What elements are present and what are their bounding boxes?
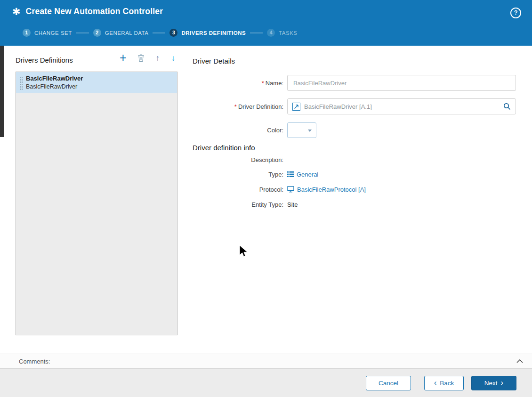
protocol-row: Protocol: BasicFileRawProtocol [A] xyxy=(193,185,516,194)
driver-item-description: BasicFileRawDriver xyxy=(26,83,172,90)
add-driver-button[interactable]: + xyxy=(120,53,127,62)
move-down-button[interactable]: ↓ xyxy=(171,54,175,62)
list-toolbar: + ↑ ↓ xyxy=(120,51,175,65)
type-general-icon xyxy=(287,171,294,177)
create-automation-controller-dialog: ✱ Create New Automation Controller ? 1 C… xyxy=(0,0,532,397)
drivers-definitions-title: Drivers Definitions xyxy=(16,56,73,64)
step-number: 4 xyxy=(267,29,275,37)
required-marker: * xyxy=(234,103,237,110)
protocol-monitor-icon xyxy=(287,186,294,193)
entity-type-row: Entity Type: Site xyxy=(193,200,516,209)
step-general-data[interactable]: 2 GENERAL DATA xyxy=(93,29,149,37)
protocol-value-link[interactable]: BasicFileRawProtocol [A] xyxy=(297,186,366,193)
driver-definition-icon xyxy=(292,103,300,111)
background-window-edge xyxy=(0,46,4,137)
required-marker: * xyxy=(262,80,264,87)
color-label-text: Color: xyxy=(267,127,283,134)
step-change-set[interactable]: 1 CHANGE SET xyxy=(23,29,72,37)
step-drivers-definitions[interactable]: 3 DRIVERS DEFINITIONS xyxy=(169,29,246,37)
help-icon[interactable]: ? xyxy=(510,8,521,18)
description-row: Description: xyxy=(193,155,516,164)
step-connector xyxy=(76,32,89,33)
step-tasks[interactable]: 4 TASKS xyxy=(267,29,297,37)
chevron-right-icon: › xyxy=(501,379,504,387)
step-label: GENERAL DATA xyxy=(105,30,149,36)
color-dropdown[interactable] xyxy=(287,122,316,138)
chevron-left-icon: ‹ xyxy=(434,379,437,387)
dialog-header: ✱ Create New Automation Controller ? 1 C… xyxy=(0,0,532,46)
move-up-button[interactable]: ↑ xyxy=(156,54,160,62)
title-row: ✱ Create New Automation Controller xyxy=(0,0,532,16)
drivers-list: BasicFileRawDriver BasicFileRawDriver xyxy=(16,72,177,335)
step-number: 1 xyxy=(23,29,31,37)
driver-definition-lookup[interactable]: BasicFileRawDriver [A.1] xyxy=(287,98,516,114)
next-button[interactable]: Next › xyxy=(471,376,516,390)
chevron-down-icon xyxy=(308,130,312,132)
driver-definition-label: *Driver Definition: xyxy=(193,103,283,110)
step-connector xyxy=(250,32,263,33)
protocol-label: Protocol: xyxy=(193,186,283,193)
asterisk-icon: ✱ xyxy=(12,7,21,16)
mouse-cursor xyxy=(239,245,249,260)
cancel-label: Cancel xyxy=(379,380,398,387)
name-label: *Name: xyxy=(193,80,283,87)
step-connector xyxy=(153,32,165,33)
step-label: TASKS xyxy=(279,30,297,36)
chevron-up-icon[interactable] xyxy=(516,359,523,363)
step-number: 3 xyxy=(169,29,177,37)
page-title: Create New Automation Controller xyxy=(26,7,163,16)
type-row: Type: General xyxy=(193,170,516,178)
entity-type-label: Entity Type: xyxy=(193,201,283,208)
driver-item-name: BasicFileRawDriver xyxy=(26,75,172,82)
driver-definition-info-title: Driver definition info xyxy=(193,144,255,152)
wizard-stepper: 1 CHANGE SET 2 GENERAL DATA 3 DRIVERS DE… xyxy=(23,29,297,37)
color-label: Color: xyxy=(193,127,283,134)
search-icon[interactable] xyxy=(503,103,511,110)
name-input[interactable] xyxy=(287,75,516,91)
driver-definition-value: BasicFileRawDriver [A.1] xyxy=(304,103,503,110)
type-label: Type: xyxy=(193,171,283,178)
color-row: Color: xyxy=(193,122,516,138)
entity-type-value: Site xyxy=(287,201,298,208)
cancel-button[interactable]: Cancel xyxy=(366,376,411,390)
driver-definition-row: *Driver Definition: BasicFileRawDriver [… xyxy=(193,98,516,114)
step-label: DRIVERS DEFINITIONS xyxy=(181,30,246,36)
driver-definition-label-text: Driver Definition: xyxy=(238,103,283,110)
next-label: Next xyxy=(484,380,498,387)
comments-bar[interactable]: Comments: xyxy=(0,354,532,369)
footer-buttons: Cancel ‹ Back Next › xyxy=(366,376,516,390)
dialog-footer: Cancel ‹ Back Next › xyxy=(0,369,532,397)
step-number: 2 xyxy=(93,29,101,37)
comments-label: Comments: xyxy=(19,358,50,365)
type-value-link[interactable]: General xyxy=(297,171,318,178)
name-row: *Name: xyxy=(193,75,516,91)
name-label-text: Name: xyxy=(266,80,283,87)
trash-icon xyxy=(138,54,144,62)
step-label: CHANGE SET xyxy=(34,30,72,36)
back-button[interactable]: ‹ Back xyxy=(424,376,464,390)
list-item-selected[interactable]: BasicFileRawDriver BasicFileRawDriver xyxy=(16,72,177,93)
description-label: Description: xyxy=(193,156,283,163)
delete-driver-button[interactable] xyxy=(138,54,144,62)
back-label: Back xyxy=(440,380,454,387)
driver-details-title: Driver Details xyxy=(193,57,235,65)
drag-handle-icon xyxy=(19,76,23,90)
